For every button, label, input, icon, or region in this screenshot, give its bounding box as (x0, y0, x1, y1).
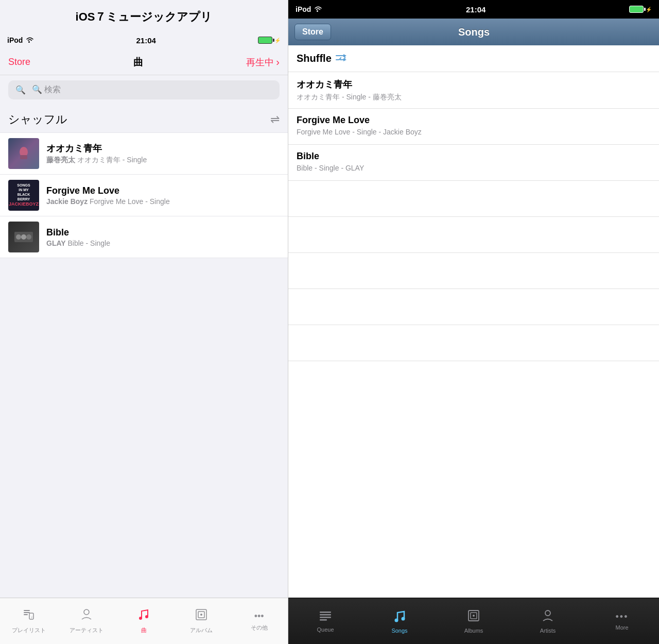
svg-point-3 (16, 234, 21, 240)
right-songs-icon (393, 609, 406, 625)
search-input-container[interactable]: 🔍 🔍 検索 (8, 80, 280, 99)
search-icon: 🔍 (15, 85, 26, 95)
left-nav-title: 曲 (133, 56, 143, 69)
right-song-title-1: オオカミ青年 (297, 78, 651, 91)
left-tab-bar: ♪ プレイリスト アーティスト 曲 (0, 598, 288, 644)
left-tab-more-label: その他 (251, 624, 268, 632)
left-status-right: ⚡ (258, 37, 281, 44)
right-tab-songs[interactable]: Songs (362, 609, 437, 634)
left-now-playing-button[interactable]: 再生中 › (246, 56, 280, 69)
left-song-item-3[interactable]: Bible GLAY Bible - Single (0, 216, 288, 258)
right-status-bar: iPod 21:04 ⚡ (288, 0, 659, 19)
right-tab-queue[interactable]: Queue (288, 610, 362, 633)
left-tab-more[interactable]: ••• その他 (230, 611, 288, 632)
forgive-artwork: SONGSIN MYBLACKBERRYJACKIEBOYZ (8, 180, 39, 211)
right-device-name: iPod (296, 5, 311, 13)
empty-row-5 (288, 325, 659, 361)
left-device-name: iPod (7, 36, 23, 44)
right-song-item-1[interactable]: オオカミ青年 オオカミ青年 - Single - 藤巻亮太 (288, 72, 659, 109)
right-more-icon: ••• (616, 612, 629, 622)
right-store-button[interactable]: Store (294, 24, 331, 40)
right-song-item-2[interactable]: Forgive Me Love Forgive Me Love - Single… (288, 109, 659, 145)
right-tab-more-label: More (615, 624, 628, 631)
right-tab-albums[interactable]: Albums (437, 609, 511, 634)
right-status-time: 21:04 (466, 5, 485, 14)
right-shuffle-row[interactable]: Shuffle (288, 45, 659, 72)
left-app-title: iOS７ミュージックアプリ (76, 10, 213, 23)
right-song-title-2: Forgive Me Love (297, 115, 651, 126)
right-song-meta-1: オオカミ青年 - Single - 藤巻亮太 (297, 93, 651, 102)
right-tab-artists[interactable]: Artists (511, 609, 585, 634)
right-tab-bar: Queue Songs Albums (288, 598, 659, 644)
left-tab-albums-label: アルバム (190, 626, 213, 634)
right-panel: iPod 21:04 ⚡ Store Songs Shuffle (288, 0, 659, 644)
left-artwork-2: SONGSIN MYBLACKBERRYJACKIEBOYZ (8, 180, 39, 211)
left-song-meta-1: 藤巻亮太 オオカミ青年 - Single (46, 156, 280, 165)
right-status-left: iPod (296, 5, 322, 13)
svg-point-12 (139, 617, 142, 620)
svg-rect-1 (20, 155, 27, 159)
wifi-icon (26, 37, 34, 44)
forgive-artwork-text: SONGSIN MYBLACKBERRYJACKIEBOYZ (9, 183, 39, 208)
right-nav-bar: Store Songs (288, 19, 659, 45)
right-status-right: ⚡ (629, 6, 652, 13)
right-shuffle-icon (336, 53, 347, 64)
svg-point-5 (26, 234, 31, 240)
left-song-album-3: Bible - Single (68, 239, 111, 247)
svg-rect-8 (24, 614, 28, 615)
right-tab-queue-label: Queue (317, 626, 334, 633)
left-status-left: iPod (7, 36, 34, 44)
okami-artwork (8, 138, 39, 169)
left-song-info-2: Forgive Me Love Jackie Boyz Forgive Me L… (46, 185, 280, 206)
left-song-album-2: Forgive Me Love - Single (90, 197, 170, 206)
left-title-bar: iOS７ミュージックアプリ (0, 0, 288, 31)
left-shuffle-row[interactable]: シャッフル ⇌ (0, 105, 288, 132)
left-status-bar: iPod 21:04 ⚡ (0, 31, 288, 49)
left-song-artist-2: Jackie Boyz (46, 197, 88, 206)
left-panel: iOS７ミュージックアプリ iPod 21:04 ⚡ Store 曲 再生中 › (0, 0, 288, 644)
left-shuffle-label: シャッフル (8, 112, 67, 127)
right-lightning-icon: ⚡ (646, 7, 652, 12)
left-song-meta-2: Jackie Boyz Forgive Me Love - Single (46, 197, 280, 206)
left-song-item-2[interactable]: SONGSIN MYBLACKBERRYJACKIEBOYZ Forgive M… (0, 175, 288, 216)
left-song-list: オオカミ青年 藤巻亮太 オオカミ青年 - Single SONGSIN MYBL… (0, 132, 288, 598)
left-song-artist-3: GLAY (46, 239, 66, 247)
left-tab-songs[interactable]: 曲 (115, 608, 173, 634)
svg-point-13 (145, 615, 148, 618)
empty-row-1 (288, 181, 659, 217)
left-tab-artists[interactable]: アーティスト (58, 608, 115, 634)
left-song-item-1[interactable]: オオカミ青年 藤巻亮太 オオカミ青年 - Single (0, 132, 288, 175)
right-albums-icon (467, 609, 480, 625)
left-tab-playlists[interactable]: ♪ プレイリスト (0, 608, 58, 634)
right-tab-songs-label: Songs (391, 628, 407, 634)
svg-point-21 (395, 618, 398, 622)
left-store-button[interactable]: Store (8, 57, 30, 67)
right-artists-icon (541, 609, 554, 625)
svg-text:♪: ♪ (31, 615, 33, 619)
empty-row-3 (288, 253, 659, 289)
lightning-icon: ⚡ (274, 38, 281, 43)
empty-row-2 (288, 217, 659, 253)
svg-rect-20 (320, 619, 327, 621)
left-tab-playlists-label: プレイリスト (12, 626, 46, 634)
chevron-right-icon: › (276, 56, 280, 68)
right-song-meta-2: Forgive Me Love - Single - Jackie Boyz (297, 128, 651, 136)
left-song-album-1: オオカミ青年 - Single (77, 156, 147, 164)
right-shuffle-label: Shuffle (297, 53, 332, 64)
left-tab-albums[interactable]: アルバム (172, 608, 230, 634)
right-song-item-3[interactable]: Bible Bible - Single - GLAY (288, 145, 659, 181)
right-tab-albums-label: Albums (464, 628, 483, 634)
left-status-time: 21:04 (136, 36, 155, 45)
svg-rect-18 (320, 614, 331, 616)
right-battery-icon (629, 6, 644, 13)
right-tab-more[interactable]: ••• More (585, 612, 659, 631)
left-song-info-1: オオカミ青年 藤巻亮太 オオカミ青年 - Single (46, 142, 280, 165)
albums-icon (195, 608, 208, 624)
queue-icon (319, 610, 332, 624)
left-song-title-1: オオカミ青年 (46, 142, 280, 155)
left-artwork-1 (8, 138, 39, 169)
left-song-title-3: Bible (46, 227, 280, 238)
shuffle-icon: ⇌ (270, 113, 280, 126)
artists-icon (80, 608, 93, 624)
left-nav-bar: Store 曲 再生中 › (0, 49, 288, 75)
